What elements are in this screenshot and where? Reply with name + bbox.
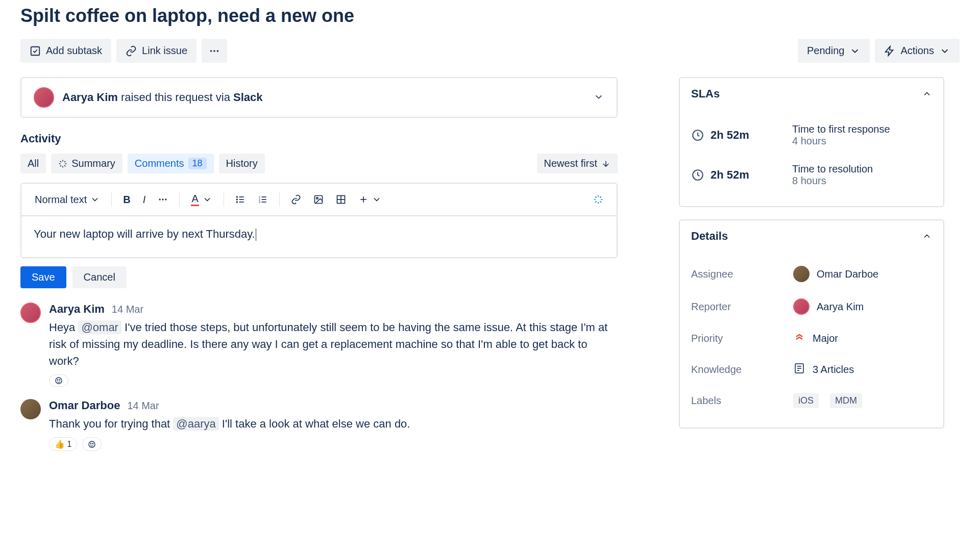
svg-point-20: [316, 197, 318, 199]
reporter-row[interactable]: Reporter Aarya Kim: [691, 290, 932, 323]
sla-row: 2h 52mTime to first response4 hours: [691, 115, 932, 155]
lightning-icon: [884, 45, 895, 57]
svg-point-3: [217, 50, 219, 52]
arrow-down-icon: [601, 159, 610, 168]
svg-point-27: [57, 380, 58, 380]
clock-icon: [691, 168, 704, 182]
svg-point-4: [159, 198, 161, 200]
add-subtask-button[interactable]: Add subtask: [20, 39, 111, 63]
tab-summary[interactable]: Summary: [51, 154, 122, 173]
comment-date: 14 Mar: [127, 400, 159, 412]
save-button[interactable]: Save: [20, 266, 66, 288]
svg-point-5: [162, 198, 164, 200]
status-dropdown[interactable]: Pending: [798, 39, 870, 63]
svg-point-9: [237, 199, 238, 200]
table-button[interactable]: [332, 191, 350, 208]
add-reaction-button[interactable]: [82, 437, 102, 451]
comments-count: 18: [188, 158, 207, 169]
mention[interactable]: @aarya: [173, 417, 218, 431]
article-icon: [793, 362, 805, 377]
chevron-down-icon: [939, 45, 950, 57]
cancel-button[interactable]: Cancel: [72, 266, 127, 288]
chevron-down-icon: [593, 91, 604, 104]
link-button[interactable]: [287, 191, 305, 208]
reaction[interactable]: 👍 1: [49, 437, 77, 451]
svg-point-6: [165, 198, 166, 200]
svg-text:3: 3: [259, 201, 260, 204]
svg-point-30: [91, 443, 91, 444]
comment-text: Heya @omar I've tried those steps, but u…: [49, 319, 618, 369]
editor-toolbar: Normal text B I A 123: [21, 184, 617, 216]
sla-row: 2h 52mTime to resolution8 hours: [691, 155, 932, 195]
svg-point-28: [59, 380, 60, 380]
svg-point-31: [93, 443, 93, 444]
avatar: [20, 399, 41, 419]
chevron-up-icon: [922, 89, 932, 99]
sort-dropdown[interactable]: Newest first: [537, 154, 618, 173]
priority-row[interactable]: Priority Major: [691, 323, 932, 354]
chevron-down-icon: [849, 45, 861, 57]
more-formatting-button[interactable]: [154, 191, 172, 208]
comment-author: Omar Darboe: [49, 399, 120, 412]
clock-icon: [691, 129, 704, 142]
insert-more-button[interactable]: [354, 191, 386, 208]
slas-header[interactable]: SLAs: [680, 78, 943, 110]
request-banner[interactable]: Aarya Kim raised this request via Slack: [20, 77, 618, 118]
svg-point-7: [237, 196, 238, 197]
label-chip[interactable]: MDM: [830, 393, 862, 408]
activity-tabs: All Summary Comments 18 History Newest f…: [20, 154, 618, 173]
svg-rect-0: [31, 46, 40, 55]
chevron-up-icon: [922, 231, 932, 241]
text-color-button[interactable]: A: [187, 190, 216, 209]
issue-title: Spilt coffee on laptop, need a new one: [20, 5, 960, 27]
tab-all[interactable]: All: [20, 154, 46, 173]
label-chip[interactable]: iOS: [793, 393, 819, 408]
bold-button[interactable]: B: [119, 191, 134, 209]
assignee-row[interactable]: Assignee Omar Darboe: [691, 258, 932, 290]
more-actions-button[interactable]: [202, 39, 227, 63]
slas-panel: SLAs 2h 52mTime to first response4 hours…: [679, 77, 944, 207]
bullet-list-button[interactable]: [231, 191, 250, 208]
ai-assist-button[interactable]: [589, 191, 607, 208]
svg-point-26: [56, 378, 62, 384]
sparkle-icon: [58, 159, 67, 168]
link-issue-button[interactable]: Link issue: [116, 39, 197, 63]
editor-textarea[interactable]: Your new laptop will arrive by next Thur…: [21, 216, 617, 257]
comment-text: Thank you for trying that @aarya I'll ta…: [49, 415, 618, 432]
details-panel: Details Assignee Omar Darboe Reporter Aa…: [679, 219, 944, 429]
details-header[interactable]: Details: [680, 220, 943, 253]
svg-point-29: [89, 441, 95, 447]
image-button[interactable]: [309, 191, 328, 208]
labels-row[interactable]: Labels iOSMDM: [691, 385, 932, 416]
comment-author: Aarya Kim: [49, 303, 105, 316]
svg-point-2: [213, 50, 215, 52]
tab-history[interactable]: History: [219, 154, 265, 173]
svg-point-11: [237, 202, 238, 203]
comment-date: 14 Mar: [112, 304, 143, 315]
italic-button[interactable]: I: [139, 191, 150, 209]
tab-comments[interactable]: Comments 18: [128, 154, 214, 173]
numbered-list-button[interactable]: 123: [254, 191, 272, 208]
knowledge-row[interactable]: Knowledge 3 Articles: [691, 354, 932, 385]
priority-major-icon: [793, 331, 805, 346]
mention[interactable]: @omar: [78, 320, 121, 334]
activity-label: Activity: [20, 132, 618, 145]
svg-point-1: [210, 50, 212, 52]
comment: Omar Darboe14 MarThank you for trying th…: [20, 399, 618, 451]
avatar: [34, 87, 54, 108]
comment: Aarya Kim14 MarHeya @omar I've tried tho…: [20, 303, 618, 387]
text-style-dropdown[interactable]: Normal text: [31, 191, 104, 209]
toolbar: Add subtask Link issue Pending Actions: [20, 39, 960, 63]
avatar: [20, 303, 41, 323]
actions-dropdown[interactable]: Actions: [875, 39, 960, 63]
comment-editor: Normal text B I A 123: [20, 183, 618, 258]
add-reaction-button[interactable]: [49, 374, 68, 387]
request-text: Aarya Kim raised this request via Slack: [62, 91, 585, 104]
